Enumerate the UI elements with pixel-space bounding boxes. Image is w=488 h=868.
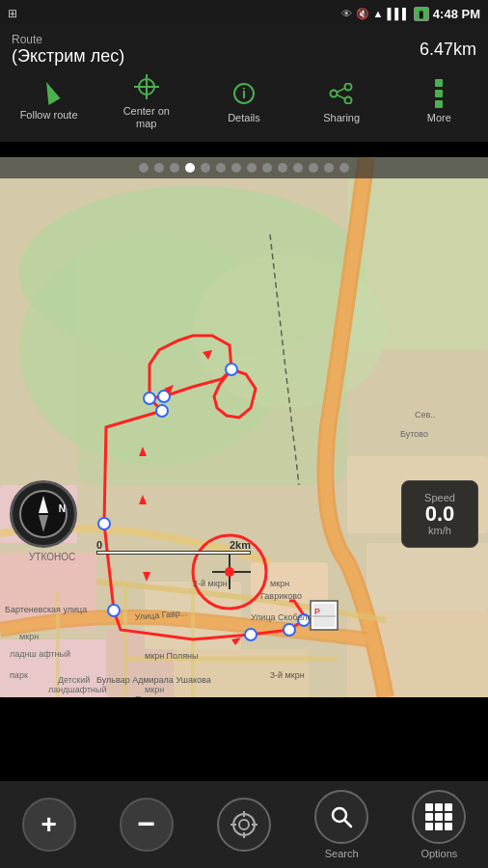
dot-13 [339,163,349,173]
follow-route-button[interactable]: Follow route [11,82,88,122]
zoom-in-button[interactable]: + [22,798,76,852]
svg-text:мкрн: мкрн [19,632,39,641]
svg-point-66 [239,820,249,829]
svg-point-65 [233,814,255,835]
route-text-group: Route (Экстрим лес) [12,33,124,67]
speed-value: 0.0 [425,503,455,525]
sharing-icon [329,79,354,108]
search-icon-circle [314,790,368,844]
dot-pagination [0,157,488,178]
follow-route-label: Follow route [20,109,78,122]
sharing-button[interactable]: Sharing [303,79,380,124]
map-area[interactable]: УТКОНОС мкрн ладнш афтный парк Бартеневс… [0,157,488,697]
dot-6 [231,163,241,173]
bottom-bar: + − Search [0,781,488,868]
action-bar: Follow route Center on map i Details [0,70,488,134]
zoom-in-icon: + [22,798,76,852]
scale-left: 0 [96,539,102,551]
svg-text:ладнш афтный: ладнш афтный [10,649,70,659]
center-on-map-label: Center on map [123,105,170,130]
zoom-out-button[interactable]: − [120,798,174,852]
dot-10 [293,163,303,173]
options-icon-circle [412,790,466,844]
svg-rect-19 [366,543,488,610]
dot-3 [185,163,195,173]
sharing-label: Sharing [323,112,360,124]
svg-line-3 [338,88,345,92]
svg-point-22 [156,405,168,417]
svg-text:3-й мкрн: 3-й мкрн [270,670,305,680]
options-grid-icon [425,803,452,830]
dot-8 [262,163,272,173]
svg-point-2 [331,90,338,96]
svg-text:мкрн: мкрн [270,579,289,588]
compass-north-label: N [59,503,66,514]
compass[interactable]: N [10,480,77,548]
status-right-icons: 👁 🔇 ▲ ▌▌▌ ▮ 4:48 PM [341,7,480,21]
status-time: 4:48 PM [433,7,480,21]
dot-12 [324,163,334,173]
svg-text:Бульвар Адмирала Ушакова: Бульвар Адмирала Ушакова [96,675,211,685]
status-left-icons: ⊞ [8,7,17,20]
scale-bar: 0 2km [96,537,251,555]
svg-point-26 [108,605,120,616]
battery-icon: ▮ [414,7,429,21]
route-label: Route [12,33,124,46]
dot-0 [139,163,149,173]
svg-point-21 [144,393,155,404]
scale-labels: 0 2km [96,539,251,551]
scale-right: 2km [230,539,251,551]
svg-text:Гавриково: Гавриково [260,591,302,601]
follow-route-icon [42,82,56,105]
eye-icon: 👁 [341,8,352,19]
svg-point-33 [225,567,234,577]
dot-9 [278,163,287,173]
details-icon: i [233,79,255,108]
screenshot-icon: ⊞ [8,7,17,20]
svg-text:ландшафтный: ландшафтный [48,685,107,694]
svg-point-24 [226,364,237,375]
compass-needle-north [39,496,48,513]
dot-1 [154,163,164,173]
details-button[interactable]: i Details [205,79,283,124]
svg-rect-9 [77,234,347,485]
center-on-map-icon [134,72,159,101]
svg-point-25 [98,518,110,529]
muted-icon: 🔇 [356,8,369,20]
search-button[interactable]: Search [314,790,368,859]
svg-text:P: P [314,607,320,616]
search-label: Search [325,848,359,859]
gps-center-icon [217,798,271,852]
svg-text:Бартеневская улица: Бартеневская улица [5,605,87,614]
svg-point-27 [245,629,257,640]
route-info: Route (Экстрим лес) 6.47km [0,27,488,70]
more-icon [435,79,443,108]
options-button[interactable]: Options [412,790,466,859]
svg-text:УТКОНОС: УТКОНОС [29,552,75,562]
svg-line-4 [338,95,345,98]
status-bar: ⊞ 👁 🔇 ▲ ▌▌▌ ▮ 4:48 PM [0,0,488,27]
dot-11 [309,163,318,173]
route-distance: 6.47km [420,40,476,60]
wifi-icon: ▲ [373,8,384,19]
svg-line-72 [344,820,351,827]
svg-point-0 [345,83,352,90]
details-label: Details [228,112,260,124]
svg-point-28 [284,624,295,636]
dot-2 [170,163,179,173]
gps-center-button[interactable] [217,798,271,852]
dot-4 [201,163,210,173]
more-button[interactable]: More [400,79,477,124]
svg-text:мкрн: мкрн [145,685,164,694]
top-bar: Route (Экстрим лес) 6.47km Follow route … [0,27,488,142]
svg-text:2-й мкрн: 2-й мкрн [193,579,228,588]
map-svg: УТКОНОС мкрн ладнш афтный парк Бартеневс… [0,157,488,697]
dot-7 [247,163,257,173]
dot-5 [216,163,226,173]
compass-inner: N [19,490,68,538]
svg-text:Бутово: Бутово [400,429,428,439]
center-on-map-button[interactable]: Center on map [108,72,185,130]
svg-point-1 [345,96,352,103]
svg-text:мкрн Поляны: мкрн Поляны [145,651,198,661]
route-name: (Экстрим лес) [12,46,124,67]
